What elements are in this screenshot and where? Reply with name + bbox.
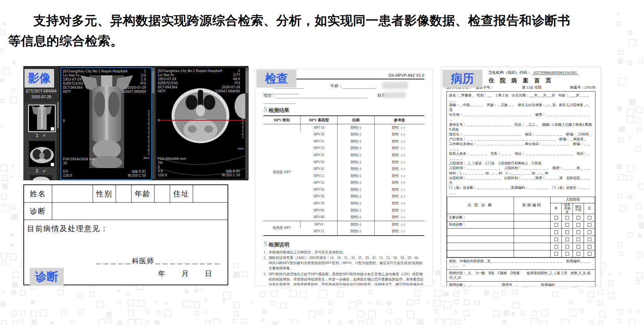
vp2-overlay-bottomleft: FOV:400x400 mmTAI50.0120.0 (158, 157, 186, 177)
admission-checkbox (565, 237, 569, 241)
notes-section-title: S检测说明 (263, 240, 424, 248)
viewport-scout[interactable]: JS/Changzhou City No.1 People HospitalAL… (60, 67, 152, 180)
admission-checkbox (554, 230, 558, 234)
admission-checkbox (565, 230, 569, 234)
viewport-head-ct[interactable]: JS/Changzhou City No.1 People HospitalAL… (156, 67, 246, 179)
admission-checkbox (577, 223, 580, 227)
thumb-corner-marker (51, 163, 54, 166)
admission-checkbox (565, 245, 569, 249)
record-bottom-line: 损伤、中毒的外部原因＿无＿＿＿＿＿＿＿＿＿＿＿＿＿＿＿＿＿＿＿＿＿ 疾病编码＿＿… (447, 257, 595, 269)
info-line: 联系人姓名：＿＿＿＿＿ 关系：＿＿＿ 地址：＿＿＿＿＿＿＿＿＿＿＿＿＿＿ 电话：… (449, 151, 593, 161)
admission-checkbox (554, 237, 558, 241)
admission-checkbox (577, 230, 580, 234)
vp2-ruler: 14cm (240, 101, 244, 145)
note-item: 1、本检测共检测以上16种型别，并可区分具体型别。 (263, 250, 424, 255)
col-discharge-diagnosis: 出 院 诊 断 (447, 197, 514, 214)
vp1-overlay-topright: 11/21.0FFS2020-07-29150947.094000 (121, 69, 146, 94)
intro-text: 支持对多元、异构数据实现跨源综合检索、分析，如实现同一患者影像数据、检查报告和诊… (8, 10, 575, 51)
sidebar-scrollbar[interactable] (57, 102, 59, 180)
thumbnail-3-partial[interactable] (30, 175, 52, 180)
thumbnail-1-image[interactable] (29, 105, 55, 131)
record-main-box: 姓名：_李珊蓉_ 性别：___ 1.男 2.女 出生日期：___年___月___… (447, 91, 595, 286)
label-exam: 检查 (256, 70, 296, 88)
hpv-report-page: DX-HPVP-842 V1.0 年龄： 样品编号： 地址： 联系电话： S检测… (255, 69, 433, 286)
vp2-ruler-label: 14cm (238, 147, 244, 150)
info-line: 出院时间：＿＿＿＿＿＿＿＿＿＿ 出院科别：＿＿＿＿病房：＿＿＿＿床 实际住院＿＿… (449, 176, 593, 186)
org-code: 45576968444030611A1001 (532, 70, 578, 75)
field-age-label: 年龄 (132, 185, 155, 202)
result-section-title: S检测结果 (263, 105, 424, 114)
redacted-phone (384, 92, 406, 98)
admission-checkbox (588, 223, 591, 227)
admission-checkbox (588, 245, 591, 249)
discharge-diagnosis-table: 出 院 诊 断 疾病编码 入院病情 有临床 未确定情况 不明无 主要诊断：其他诊… (447, 197, 595, 257)
admission-checkbox (588, 230, 591, 234)
record-bottom-line: 病例分型：_A_ A一般 B急 C疑难 D危重 临床路径病例 _2_ 1.是 2… (447, 269, 595, 281)
physician-sign-line: ＿＿＿＿＿科医师＿＿＿＿＿＿＿＿＿ (95, 256, 221, 266)
record-bottom-line: 病理诊断：＿-＿＿＿＿＿＿＿＿ 病理号＿-＿＿＿＿＿＿ 疾病编码＿＿＿＿＿＿＿＿… (447, 281, 595, 286)
admission-checkbox (577, 252, 580, 256)
visit-count: 第 11次 住院 (522, 85, 542, 90)
field-gender-label: 性别 (93, 185, 116, 202)
field-diagnosis-label: 诊断 (24, 203, 52, 220)
thumb-corner-marker (51, 127, 54, 131)
hpv-result-table: HPV 类别HPV 基因型结果参考值 高危型 HPVHPV16阴性(-)阴性（-… (263, 115, 424, 236)
vp1-overlay-bottomright: 缩放:0.81W:350 C:50 (128, 170, 146, 178)
admission-checkbox (565, 252, 569, 256)
thumbnail-1-label: 1 ✓ (26, 133, 57, 138)
redacted-sample (382, 82, 408, 89)
admission-checkbox (588, 252, 591, 256)
admission-checkbox (588, 237, 591, 241)
info-line: 出生地：＿＿＿＿＿＿＿＿＿＿＿＿＿＿＿＿＿＿＿＿ 籍贯：＿＿＿＿＿＿＿＿＿＿＿＿… (449, 112, 593, 122)
admission-checkbox (565, 223, 569, 227)
col-admission-condition: 入院病情 (551, 197, 595, 203)
info-line: 姓名：_李珊蓉_ 性别：___ 1.男 2.女 出生日期：___年___月___… (449, 93, 593, 103)
field-gender-value (116, 185, 132, 202)
vp1-orientation: R (63, 119, 65, 123)
vp2-scrollbar[interactable]: ▲ (245, 67, 249, 179)
admission-checkbox (554, 252, 558, 256)
field-name-value (52, 185, 93, 202)
slide: 支持对多元、异构数据实现跨源综合检索、分析，如实现同一患者影像数据、检查报告和诊… (0, 0, 644, 325)
vp2-orientation: R (158, 119, 160, 123)
field-age-value (155, 185, 170, 202)
admission-checkbox (588, 216, 591, 220)
info-line: 现住址：＿＿＿＿＿＿＿＿＿＿＿＿＿＿＿＿＿ 电话：＿＿＿＿＿＿＿＿ 邮编：_51… (449, 132, 593, 137)
info-line: 身份证号：＿＿＿＿＿＿＿＿＿＿＿＿＿ 职业：＿工人＿ 婚姻□ 1.未婚 2.已婚… (449, 122, 593, 132)
admission-checkbox (577, 237, 580, 241)
admission-checkbox (554, 216, 558, 220)
vp1-overlay-topleft: JS/Changzhou City No.1 People HospitalAL… (63, 69, 127, 94)
report-field-row-2: 地址： 联系电话： (263, 93, 424, 102)
col-disease-code: 疾病编码 (514, 197, 551, 214)
field-name-label: 姓名 (24, 185, 52, 202)
vp2-overlay-topright: 21/7748.0FFS2020-07-29150947.094000 (215, 69, 240, 93)
thumbnail-2-image[interactable] (29, 141, 55, 167)
date-line: 年 月 日 (158, 269, 213, 279)
info-line: 工作单位及地址：＿＿＿＿＿＿＿＿＿＿＿＿＿＿单位电话：＿＿＿＿＿＿＿＿ 邮编：＿… (449, 142, 593, 151)
vp2-overlay-topleft: JS/Changzhou City No.1 People HospitalAL… (158, 69, 222, 93)
org-code-label: 卫生机构（组织）代码： (488, 70, 531, 75)
thumbnail-2[interactable]: 2 ✓ (26, 141, 57, 174)
note-item: 2、国际癌症研究署（IARC）2005年报告：16、18、31、33、35、39… (263, 255, 424, 271)
bgi-s-icon: S (263, 240, 267, 248)
series-date: 2020-07-29 (23, 94, 59, 100)
bgi-s-icon: S (263, 105, 267, 114)
thumbnail-1[interactable]: 1 ✓ (26, 105, 57, 138)
label-diagnosis: 诊断 (30, 268, 64, 286)
label-imaging: 影像 (24, 69, 54, 88)
admission-checkbox (565, 216, 569, 220)
age-field-label: 年龄： (331, 83, 343, 88)
case-number: 病案号：276199 (570, 85, 595, 90)
test-notes: 1、本检测共检测以上16种型别，并可区分具体型别。2、国际癌症研究署（IARC）… (263, 250, 424, 286)
inpatient-record-page: 深圳医院 卫生机构（组织）代码： 45576968444030611A1001 … (441, 67, 601, 286)
field-address-label: 住址 (170, 185, 193, 202)
admission-checkbox (554, 245, 558, 249)
admission-checkbox (554, 223, 558, 227)
record-bottom-lines: 损伤、中毒的外部原因＿无＿＿＿＿＿＿＿＿＿＿＿＿＿＿＿＿＿＿＿＿＿ 疾病编码＿＿… (447, 257, 595, 286)
vp1-scrollbar[interactable]: ▲ (152, 67, 155, 179)
vp1-ruler: 35cm (146, 110, 150, 155)
label-record: 病历 (442, 70, 482, 88)
patient-info-lines: 姓名：_李珊蓉_ 性别：___ 1.男 2.女 出生日期：___年___月___… (447, 92, 595, 197)
scout-reference-line (160, 120, 245, 121)
info-line: 入院途径：_1_ 1.急诊 2.门诊 3.其他医疗机构转入 9.其他 (449, 161, 593, 166)
